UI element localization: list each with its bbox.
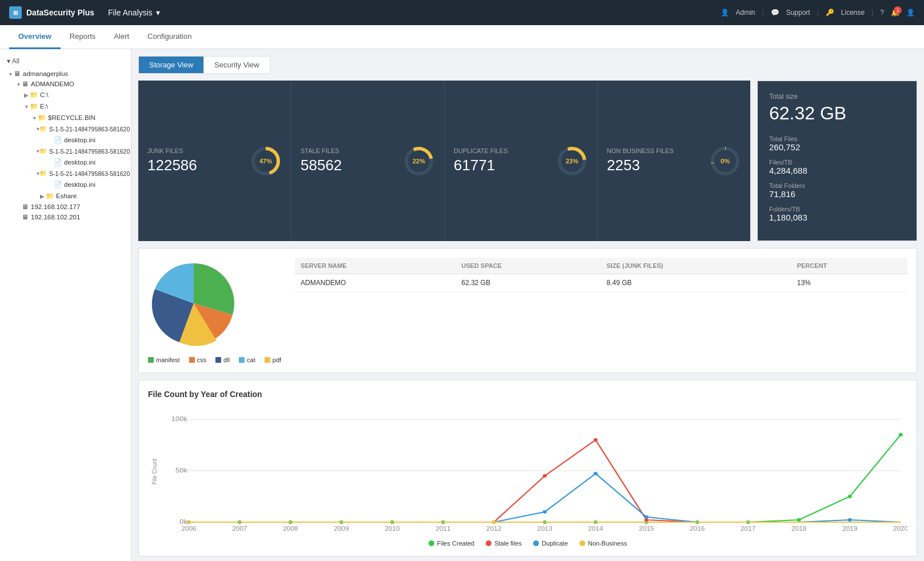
sidebar-item-192-177[interactable]: 🖥 192.168.102.177 (10, 202, 129, 212)
toggle-icon (47, 159, 54, 166)
sidebar-item-192-201[interactable]: 🖥 192.168.102.201 (10, 212, 129, 222)
tab-alert[interactable]: Alert (105, 25, 138, 49)
sidebar-item-label: $RECYCLE.BIN (48, 114, 95, 121)
stat-cards-row: Junk Files 122586 47% Stale Files (138, 81, 750, 241)
children: ▶ 📁 C:\ ▾ 📁 E:\ (10, 89, 129, 202)
tab-security-view[interactable]: Security View (204, 57, 270, 73)
sidebar-tree: ▾ 🖥 admanagerplus ▾ 🖥 ADMANDEMO (0, 69, 131, 222)
folder-icon: 📁 (39, 170, 47, 177)
stat-label-nonbusiness: Non Business files (607, 147, 674, 154)
donut-label-duplicate: 23% (566, 158, 578, 165)
stat-line-files-tb: Files/TB 4,284,688 (769, 159, 905, 175)
legend-item-manifest: manifest (148, 356, 180, 363)
top-nav: ⊞ DataSecurity Plus File Analysis ▾ 👤 Ad… (0, 0, 924, 25)
svg-text:2008: 2008 (283, 526, 298, 532)
legend-label-nonbusiness: Non-Business (588, 540, 627, 547)
admin-label[interactable]: Admin (736, 9, 755, 17)
license-icon: 🔑 (826, 9, 834, 17)
support-label[interactable]: Support (786, 9, 810, 17)
brand-icon: ⊞ (9, 6, 22, 19)
tab-storage-view[interactable]: Storage View (139, 57, 204, 73)
col-server-name: SERVER NAME (295, 258, 455, 274)
svg-text:2020: 2020 (893, 526, 907, 532)
dot (899, 433, 903, 436)
sidebar-item-label: Eshare (56, 193, 77, 199)
legend-label: css (197, 356, 207, 363)
col-percent: PERCENT (791, 258, 907, 274)
divider2: | (817, 9, 819, 17)
tab-reports[interactable]: Reports (61, 25, 105, 49)
legend-item-dll: dll (215, 356, 230, 363)
stat-card-duplicate: Duplicate Files 61771 23% (445, 81, 598, 241)
children: ▾ 📁 $RECYCLE.BIN ▾ (18, 112, 129, 202)
toggle-icon: ▾ (31, 115, 38, 121)
stat-info-duplicate: Duplicate Files 61771 (454, 147, 508, 174)
sidebar-item-eshare[interactable]: ▶ 📁 Eshare (34, 190, 129, 202)
svg-text:2018: 2018 (791, 526, 806, 532)
help-button[interactable]: ? (880, 9, 884, 17)
server-table: SERVER NAME USED SPACE SIZE (JUNK FILES)… (295, 258, 907, 292)
chart-section: File Count by Year of Creation File Coun… (138, 380, 917, 556)
svg-text:2007: 2007 (232, 526, 247, 532)
sidebar-item-desktop1[interactable]: 📄 desktop.ini (42, 134, 129, 146)
col-size-junk: SIZE (JUNK FILES) (601, 258, 791, 274)
left-panel: manifest css dll (138, 248, 917, 373)
sidebar-item-label: 192.168.102.201 (31, 214, 80, 221)
tree-node-admandemo: ▾ 🖥 ADMANDEMO ▶ 📁 C:\ (10, 79, 129, 202)
pie-section: manifest css dll (148, 258, 281, 363)
notifications-bell[interactable]: 🔔 1 (891, 9, 899, 17)
module-selector[interactable]: File Analysis ▾ (108, 8, 160, 17)
legend-dot-nonbusiness (579, 540, 585, 546)
stat-label-stale: Stale Files (301, 147, 342, 154)
toggle-icon: ▾ (23, 103, 30, 110)
donut-label-junk: 47% (259, 158, 272, 165)
license-label[interactable]: License (841, 9, 865, 17)
sidebar-item-c[interactable]: ▶ 📁 C:\ (18, 89, 129, 101)
legend-label: cat (247, 356, 255, 363)
module-dropdown-icon: ▾ (156, 8, 160, 17)
svg-text:2013: 2013 (537, 526, 552, 532)
sidebar-item-admanagerplus[interactable]: ▾ 🖥 admanagerplus (2, 69, 129, 79)
folder-icon: 📁 (30, 102, 38, 110)
sidebar-item-label: E:\ (40, 103, 48, 110)
donut-nonbusiness: 0% (709, 145, 741, 177)
chart-title: File Count by Year of Creation (148, 390, 907, 399)
pie-chart (148, 258, 239, 349)
folder-icon: 📁 (39, 147, 47, 155)
legend-label-stale: Stale files (494, 540, 522, 547)
sidebar-item-desktop2[interactable]: 📄 desktop.ini (42, 157, 129, 168)
stat-info-junk: Junk Files 122586 (147, 147, 197, 174)
module-name: File Analysis (108, 8, 153, 17)
stat-value-junk: 122586 (147, 157, 197, 174)
server-icon: 🖥 (22, 81, 29, 87)
sidebar-item-e[interactable]: ▾ 📁 E:\ (18, 101, 129, 112)
sidebar-item-sid3[interactable]: ▾ 📁 S-1-5-21-1484795863-581620 (34, 168, 129, 179)
toggle-icon (15, 204, 22, 210)
dot (848, 495, 852, 498)
sidebar-all[interactable]: ▾ All (0, 54, 131, 69)
sidebar-item-desktop3[interactable]: 📄 desktop.ini (42, 179, 129, 190)
stat-value: 71,816 (769, 189, 905, 199)
secondary-nav: Overview Reports Alert Configuration (0, 25, 924, 49)
legend-label: manifest (156, 356, 180, 363)
stat-card-nonbusiness: Non Business files 2253 0% (598, 81, 750, 241)
user-avatar[interactable]: 👤 (906, 9, 915, 17)
sidebar-item-label: admanagerplus (23, 70, 68, 77)
sidebar-item-sid2[interactable]: ▾ 📁 S-1-5-21-1484795863-581620 (34, 146, 129, 157)
tab-overview[interactable]: Overview (9, 25, 61, 49)
tab-configuration[interactable]: Configuration (138, 25, 201, 49)
legend-item-duplicate: Duplicate (533, 540, 568, 547)
sidebar-item-label: S-1-5-21-1484795863-581620 (49, 148, 130, 155)
sidebar-item-recycle[interactable]: ▾ 📁 $RECYCLE.BIN (26, 112, 129, 123)
sidebar-item-sid1[interactable]: ▾ 📁 S-1-5-21-1484795863-581620 (34, 123, 129, 134)
toggle-icon (15, 214, 22, 221)
total-size-value: 62.32 GB (769, 103, 905, 124)
stat-label: Total Files (769, 135, 905, 142)
sidebar-item-admandemo[interactable]: ▾ 🖥 ADMANDEMO (10, 79, 129, 89)
tree-node-recycle: ▾ 📁 $RECYCLE.BIN ▾ (26, 112, 129, 202)
right-panel: Total size 62.32 GB Total Files 260,752 … (757, 81, 917, 241)
legend-label-duplicate: Duplicate (542, 540, 568, 547)
svg-text:2014: 2014 (588, 526, 603, 532)
stat-label-duplicate: Duplicate Files (454, 147, 508, 154)
stat-info-stale: Stale Files 58562 (301, 147, 342, 174)
